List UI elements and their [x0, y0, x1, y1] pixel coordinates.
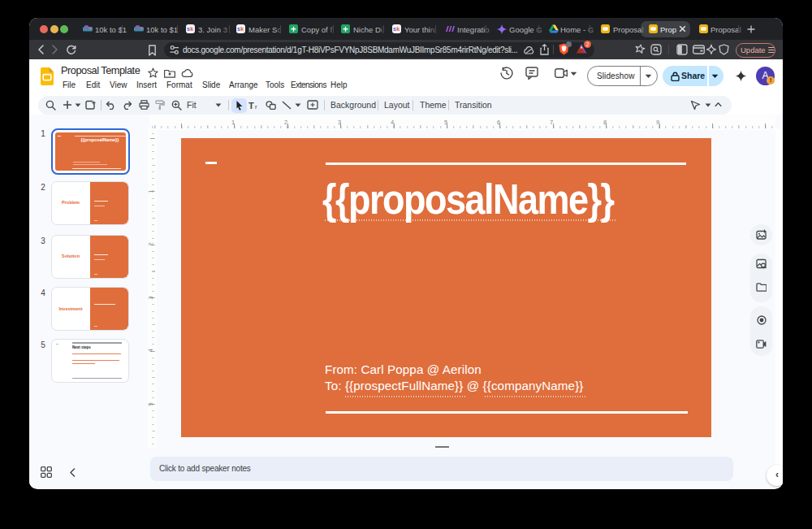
- svg-text:k: k: [190, 26, 193, 32]
- svg-text:k: k: [396, 26, 400, 32]
- svg-text:k: k: [240, 26, 244, 32]
- svg-text:T: T: [248, 101, 254, 110]
- svg-text:r: r: [255, 103, 257, 110]
